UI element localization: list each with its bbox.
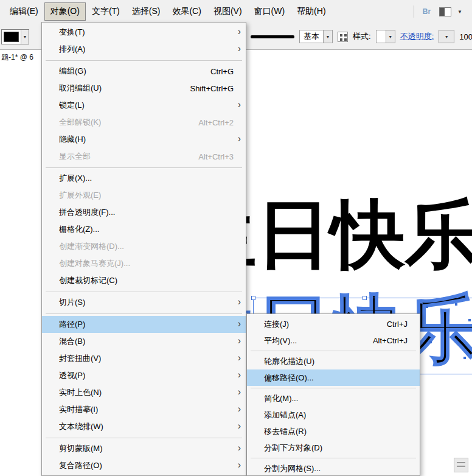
submenu-arrow-icon: ›: [238, 443, 241, 453]
menu-item[interactable]: 变换(T)›: [42, 24, 246, 41]
menu-item-label: 创建对象马赛克(J)...: [59, 258, 130, 269]
menu-item-label: 创建渐变网格(D)...: [59, 241, 124, 252]
menu-separator: [251, 388, 416, 388]
menu-item-label: 透视(P): [59, 370, 85, 381]
chevron-down-icon[interactable]: ▼: [323, 30, 332, 43]
menubar-item[interactable]: 编辑(E): [4, 2, 44, 21]
submenu-arrow-icon: ›: [238, 404, 241, 415]
menubar-item[interactable]: 帮助(H): [291, 2, 331, 21]
menu-item[interactable]: 切片(S)›: [42, 294, 246, 311]
recolor-artwork-icon[interactable]: [338, 32, 348, 42]
menu-separator: [46, 292, 242, 292]
menu-item[interactable]: 隐藏(H)›: [42, 131, 246, 148]
menu-item-label: 编组(G): [59, 66, 86, 77]
menu-item-label: 简化(M)...: [264, 393, 298, 404]
menu-item[interactable]: 排列(A)›: [42, 41, 246, 58]
menubar-item[interactable]: 选择(S): [126, 2, 167, 21]
menu-item-label: 轮廓化描边(U): [264, 356, 314, 367]
menu-item[interactable]: 栅格化(Z)...: [42, 221, 246, 238]
menu-item-label: 扩展(X)...: [59, 173, 92, 184]
anchor-point[interactable]: [468, 319, 471, 321]
selection-handle-top-center[interactable]: [363, 296, 367, 300]
submenu-arrow-icon: ›: [238, 335, 241, 346]
menu-item[interactable]: 文本绕排(W)›: [42, 418, 246, 435]
menu-item[interactable]: 复合路径(O)›: [42, 457, 246, 474]
anchor-point[interactable]: [463, 357, 466, 359]
menubar-item[interactable]: 窗口(W): [248, 2, 291, 21]
menu-item[interactable]: 创建裁切标记(C): [42, 272, 246, 289]
chevron-down-icon[interactable]: ▼: [21, 30, 29, 44]
menu-item-label: 锁定(L): [59, 100, 85, 111]
menu-separator: [46, 438, 242, 438]
workspace-switcher-icon[interactable]: [439, 7, 451, 16]
menu-item[interactable]: 轮廓化描边(U): [247, 353, 420, 369]
menu-item[interactable]: 分割为网格(S)...: [247, 460, 420, 476]
menu-separator: [46, 60, 242, 61]
menubar-item[interactable]: 效果(C): [166, 2, 207, 21]
menu-item-label: 路径(P): [59, 319, 85, 330]
menu-item[interactable]: 简化(M)...: [247, 390, 420, 407]
bridge-button[interactable]: Br: [420, 6, 433, 17]
menu-item[interactable]: 剪切蒙版(M)›: [42, 440, 246, 457]
menu-item[interactable]: 分割下方对象(D): [247, 439, 420, 456]
submenu-arrow-icon: ›: [238, 352, 241, 363]
menu-item[interactable]: 移去锚点(R): [247, 423, 420, 439]
opacity-dropdown[interactable]: ▼: [439, 30, 454, 43]
menu-separator: [46, 313, 242, 314]
submenu-arrow-icon: ›: [238, 43, 241, 54]
menu-item[interactable]: 编组(G)Ctrl+G: [42, 63, 246, 80]
submenu-arrow-icon: ›: [238, 133, 241, 144]
style-dropdown[interactable]: ▼: [376, 30, 395, 43]
menu-item[interactable]: 路径(P)›: [42, 316, 246, 333]
document-tab-title: 题-1* @ 6: [1, 52, 33, 63]
menu-item-label: 创建裁切标记(C): [59, 275, 117, 286]
menu-item[interactable]: 平均(V)...Alt+Ctrl+J: [247, 332, 420, 349]
menu-separator: [251, 458, 416, 458]
brush-definition-dropdown[interactable]: 基本 ▼: [299, 30, 333, 43]
menu-item-label: 平均(V)...: [264, 335, 297, 346]
menu-item[interactable]: 添加锚点(A): [247, 407, 420, 423]
menu-item-label: 取消编组(U): [59, 83, 102, 94]
menu-item[interactable]: 混合(B)›: [42, 333, 246, 350]
menu-item[interactable]: 实时上色(N)›: [42, 384, 246, 401]
menu-item-label: 拼合透明度(F)...: [59, 207, 115, 218]
menu-item[interactable]: 拼合透明度(F)...: [42, 204, 246, 221]
menu-item-label: 文本绕排(W): [59, 421, 103, 432]
anchor-point[interactable]: [429, 341, 432, 343]
object-menu-dropdown: 变换(T)›排列(A)›编组(G)Ctrl+G取消编组(U)Shift+Ctrl…: [41, 22, 246, 476]
menu-item-shortcut: Alt+Ctrl+J: [373, 336, 408, 345]
menu-item-label: 实时描摹(I): [59, 404, 98, 415]
opacity-value[interactable]: 100: [459, 32, 472, 41]
menu-item[interactable]: 透视(P)›: [42, 367, 246, 384]
stroke-preview-line: [251, 35, 294, 38]
anchor-point[interactable]: [455, 303, 457, 306]
illustrator-window: 生日快乐 生日快乐 题-1* @ 6 ▼ 基本 ▼ 样式:: [0, 0, 472, 476]
menu-item[interactable]: 锁定(L)›: [42, 97, 246, 114]
anchor-point[interactable]: [442, 330, 444, 332]
chevron-down-icon[interactable]: ▼: [386, 30, 395, 43]
submenu-arrow-icon: ›: [238, 99, 241, 110]
submenu-arrow-icon: ›: [238, 296, 241, 307]
menubar-item[interactable]: 对象(O): [44, 2, 86, 21]
chevron-down-icon[interactable]: ▼: [439, 30, 454, 43]
chevron-down-icon[interactable]: ▼: [457, 9, 462, 15]
menu-item[interactable]: 扩展(X)...: [42, 170, 246, 187]
menubar-item[interactable]: 文字(T): [86, 2, 126, 21]
menu-item-shortcut: Ctrl+J: [387, 320, 408, 329]
menu-item-label: 封套扭曲(V): [59, 353, 101, 364]
path-submenu: 连接(J)Ctrl+J平均(V)...Alt+Ctrl+J轮廓化描边(U)偏移路…: [246, 313, 420, 476]
menu-item-label: 扩展外观(E): [59, 190, 101, 201]
fill-color-dropdown[interactable]: ▼: [1, 29, 29, 44]
menu-item: 创建对象马赛克(J)...: [42, 255, 246, 272]
menu-item[interactable]: 连接(J)Ctrl+J: [247, 316, 420, 332]
anchor-point[interactable]: [426, 306, 428, 308]
menu-item-label: 实时上色(N): [59, 387, 102, 398]
opacity-link[interactable]: 不透明度:: [400, 31, 434, 42]
menubar-item[interactable]: 视图(V): [207, 2, 248, 21]
menu-item[interactable]: 实时描摹(I)›: [42, 401, 246, 418]
selection-handle-top-left[interactable]: [251, 296, 255, 300]
menu-item[interactable]: 封套扭曲(V)›: [42, 350, 246, 367]
menu-item: 创建渐变网格(D)...: [42, 238, 246, 255]
menu-item[interactable]: 取消编组(U)Shift+Ctrl+G: [42, 80, 246, 97]
menu-item[interactable]: 偏移路径(O)...: [247, 369, 420, 386]
